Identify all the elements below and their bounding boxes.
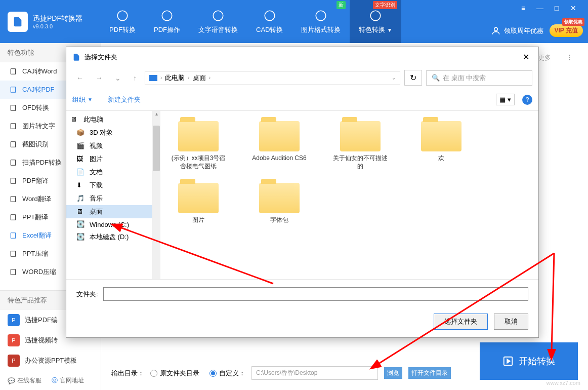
- nav-tab-3[interactable]: CAD转换: [247, 0, 292, 43]
- new-folder-button[interactable]: 新建文件夹: [108, 95, 141, 104]
- svg-rect-13: [11, 178, 15, 184]
- menu-icon[interactable]: ≡: [519, 4, 528, 12]
- tree-item-5[interactable]: ⬇下载: [66, 179, 152, 192]
- tab-icon: [314, 9, 327, 22]
- browse-button[interactable]: 浏览: [384, 367, 402, 379]
- radio-original-folder[interactable]: 原文件夹目录: [150, 369, 199, 378]
- scroll-thumb[interactable]: [153, 126, 160, 171]
- folder-icon: 📄: [76, 168, 86, 176]
- badge: 文字识别: [373, 1, 397, 9]
- pc-icon: [149, 75, 157, 81]
- tab-icon: [160, 9, 174, 22]
- radio-icon: [150, 370, 157, 377]
- nav-tab-0[interactable]: PDF转换: [100, 0, 145, 43]
- file-grid: (示例）xx项目3号宿舍楼电气图纸Adobe Audition CS6关于仙女的…: [160, 111, 538, 279]
- logo-icon: [8, 12, 28, 32]
- website-link[interactable]: ⓔ 官网地址: [52, 376, 84, 385]
- tree-item-3[interactable]: 🖼图片: [66, 152, 152, 166]
- svg-point-5: [370, 11, 381, 21]
- close-button[interactable]: ✕: [569, 4, 578, 12]
- select-folder-button[interactable]: 选择文件夹: [434, 314, 488, 330]
- dialog-close-button[interactable]: ✕: [520, 51, 532, 63]
- folder-icon: [178, 121, 219, 151]
- help-button[interactable]: ?: [522, 95, 532, 105]
- chevron-down-icon[interactable]: ⌄: [392, 75, 396, 81]
- folder-item-1[interactable]: Adobe Audition CS6: [251, 121, 307, 170]
- tree-item-7[interactable]: 🖥桌面: [66, 205, 152, 218]
- tab-icon: [263, 9, 276, 22]
- open-folder-button[interactable]: 打开文件目录: [408, 367, 451, 379]
- svg-point-4: [316, 11, 326, 21]
- tree-scrollbar[interactable]: ▴: [152, 111, 160, 279]
- tree-item-0[interactable]: 🖥此电脑: [66, 113, 152, 126]
- app-name: 迅捷PDF转换器: [33, 14, 82, 23]
- doc-icon: [9, 140, 17, 148]
- folder-item-5[interactable]: 字体包: [251, 183, 307, 224]
- tab-icon: [212, 9, 225, 22]
- folder-item-0[interactable]: (示例）xx项目3号宿舍楼电气图纸: [171, 121, 226, 170]
- vip-ribbon: 领取优惠: [562, 18, 584, 26]
- folder-icon: 💽: [76, 233, 86, 241]
- tab-icon: [116, 9, 129, 22]
- tree-item-4[interactable]: 📄文档: [66, 166, 152, 179]
- more-button[interactable]: 更多: [538, 53, 551, 62]
- svg-rect-7: [11, 69, 15, 74]
- nav-tab-5[interactable]: 文字识别特色转换 ▼: [350, 0, 401, 43]
- nav-recent-button[interactable]: ⌄: [111, 72, 125, 84]
- anniversary-link[interactable]: 领取周年优惠: [491, 26, 543, 36]
- folder-icon: 🎵: [76, 194, 86, 203]
- folder-icon: [178, 183, 219, 213]
- svg-rect-18: [11, 269, 15, 275]
- tree-item-1[interactable]: 📦3D 对象: [66, 126, 152, 139]
- tree-item-9[interactable]: 💽本地磁盘 (D:): [66, 230, 152, 244]
- start-convert-button[interactable]: 开始转换: [480, 342, 578, 380]
- svg-point-6: [494, 27, 497, 31]
- folder-icon: 📦: [76, 129, 86, 137]
- organize-button[interactable]: 组织▼: [72, 95, 93, 104]
- tree-item-6[interactable]: 🎵音乐: [66, 192, 152, 205]
- folder-name-label: 文件夹:: [76, 290, 98, 299]
- doc-icon: [9, 231, 17, 240]
- folder-item-2[interactable]: 关于仙女的不可描述的: [332, 121, 388, 170]
- radio-custom-folder[interactable]: 自定义：: [209, 369, 245, 378]
- view-mode-button[interactable]: ▦ ▾: [496, 94, 515, 105]
- nav-tab-1[interactable]: PDF操作: [145, 0, 189, 43]
- tree-item-2[interactable]: 🎬视频: [66, 139, 152, 152]
- watermark: www.xz7.com: [547, 380, 580, 386]
- folder-item-4[interactable]: 图片: [171, 183, 226, 224]
- nav-tab-4[interactable]: 新图片格式转换: [292, 0, 350, 43]
- breadcrumb[interactable]: › 此电脑 › 桌面 › ⌄: [145, 71, 400, 85]
- kebab-icon[interactable]: ⋮: [566, 53, 573, 62]
- output-path-input[interactable]: C:\Users\香香\Desktop: [251, 366, 378, 380]
- folder-item-3[interactable]: 欢: [413, 121, 469, 170]
- doc-icon: [9, 122, 17, 130]
- customer-service-link[interactable]: 💬 在线客服: [8, 376, 41, 385]
- refresh-button[interactable]: ↻: [404, 70, 422, 86]
- output-label: 输出目录：: [111, 369, 144, 378]
- recommend-item-2[interactable]: P办公资源PPT模板: [0, 350, 101, 371]
- cancel-button[interactable]: 取消: [494, 314, 528, 330]
- vip-button[interactable]: 领取优惠 VIP 充值: [550, 24, 583, 37]
- tab-icon: [369, 9, 382, 22]
- ie-icon: ⓔ: [52, 376, 58, 385]
- app-icon: P: [8, 314, 20, 326]
- nav-forward-button[interactable]: →: [92, 72, 107, 84]
- nav-tab-2[interactable]: 文字语音转换: [189, 0, 247, 43]
- nav-up-button[interactable]: ↑: [129, 72, 141, 84]
- svg-rect-9: [11, 105, 15, 111]
- folder-dialog: 选择文件夹 ✕ ← → ⌄ ↑ › 此电脑 › 桌面 › ⌄ ↻ 🔍 在 桌面 …: [66, 47, 539, 338]
- svg-rect-10: [11, 124, 15, 129]
- nav-back-button[interactable]: ←: [72, 72, 88, 84]
- maximize-button[interactable]: □: [552, 4, 561, 12]
- minimize-button[interactable]: —: [535, 4, 544, 12]
- doc-icon: [9, 86, 17, 94]
- svg-point-1: [162, 11, 172, 21]
- folder-name-input[interactable]: [103, 287, 528, 301]
- svg-rect-12: [11, 160, 15, 166]
- doc-icon: [9, 195, 17, 203]
- app-icon: P: [8, 355, 20, 367]
- tree-item-8[interactable]: 💽Windows (C:): [66, 218, 152, 230]
- search-input[interactable]: 🔍 在 桌面 中搜索: [426, 70, 532, 86]
- svg-point-2: [213, 11, 223, 21]
- svg-point-0: [117, 11, 128, 21]
